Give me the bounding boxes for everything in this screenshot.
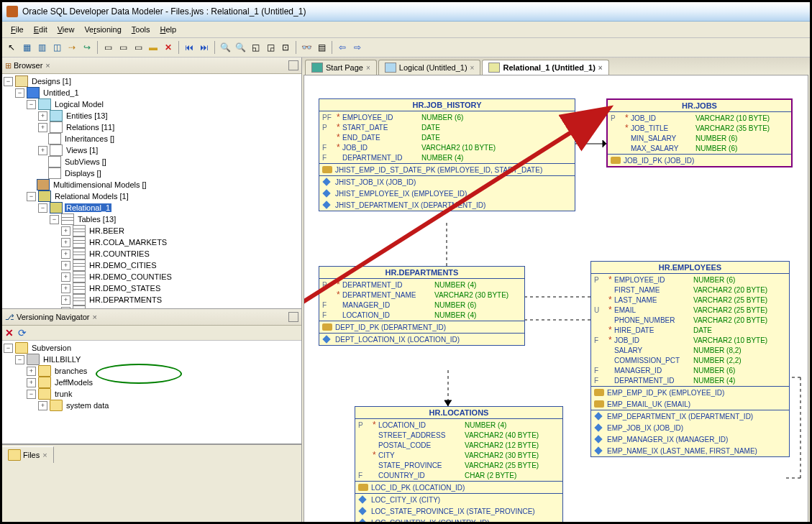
vn-delete-icon[interactable]: ✕ (5, 327, 14, 339)
node-table[interactable]: HR.DEMO_COUNTIES (88, 272, 173, 281)
expand-icon[interactable]: + (61, 249, 70, 259)
menu-tools[interactable]: Tools (127, 24, 155, 35)
tool-split-icon[interactable]: ◫ (50, 41, 63, 54)
tool-box1-icon[interactable]: ▭ (101, 41, 114, 54)
tool-note-icon[interactable]: ↪ (81, 41, 93, 54)
tool-prev-icon[interactable]: ⇦ (336, 41, 349, 54)
tool-first-icon[interactable]: ⏮ (183, 41, 196, 54)
entity-hr-locations[interactable]: HR.LOCATIONSP*LOCATION_IDNUMBER (4)STREE… (355, 406, 563, 523)
tool-fit1-icon[interactable]: ◱ (249, 41, 262, 54)
versioning-close-icon[interactable]: × (93, 313, 97, 321)
expand-icon[interactable]: + (27, 378, 36, 387)
vn-refresh-icon[interactable]: ⟳ (18, 327, 27, 339)
expand-icon[interactable]: + (61, 261, 70, 270)
files-close-icon[interactable]: × (42, 451, 47, 459)
browser-close-icon[interactable]: × (45, 61, 50, 70)
versioning-min-icon[interactable] (288, 312, 298, 322)
tool-rect-icon[interactable]: ▬ (147, 41, 160, 54)
node-table[interactable]: HR.DEMO_CITIES (88, 261, 158, 270)
expand-icon[interactable]: + (38, 111, 47, 121)
node-table[interactable]: HR.BEER (88, 226, 126, 235)
expand-icon[interactable]: + (38, 146, 47, 155)
entity-hr-job-history[interactable]: HR.JOB_HISTORYPF*EMPLOYEE_IDNUMBER (6)P*… (319, 98, 575, 211)
tool-zoom-out-icon[interactable]: 🔍 (234, 41, 247, 54)
node-table[interactable]: HR.DEMO_STATES (88, 284, 162, 293)
node-jeff[interactable]: JeffModels (53, 378, 94, 387)
node-entities[interactable]: Entities [13] (65, 111, 109, 120)
expand-icon[interactable]: + (61, 272, 70, 282)
node-designs[interactable]: Designs [1] (30, 77, 73, 86)
close-icon[interactable]: × (366, 64, 370, 72)
node-tables[interactable]: Tables [13] (76, 215, 117, 224)
node-multidim[interactable]: Multidimensional Models [] (52, 180, 148, 189)
browser-min-icon[interactable] (288, 60, 298, 70)
tool-pointer-icon[interactable]: ↖ (5, 41, 18, 54)
node-table[interactable]: HR.COUNTRIES (88, 249, 151, 258)
tool-fit3-icon[interactable]: ⊡ (279, 41, 292, 54)
menu-versioning[interactable]: Versioning (80, 24, 125, 35)
browser-tree[interactable]: −Designs [1] −Untitled_1 −Logical Model … (2, 74, 301, 309)
tool-fk-icon[interactable]: ⇢ (65, 41, 78, 54)
entity-hr-jobs[interactable]: HR.JOBSP*JOB_IDVARCHAR2 (10 BYTE)*JOB_TI… (606, 98, 793, 167)
node-trunk[interactable]: trunk (53, 390, 73, 398)
tab-relational[interactable]: Relational_1 (Untitled_1)× (482, 60, 608, 75)
node-relations[interactable]: Relations [11] (65, 123, 116, 132)
node-relmodels[interactable]: Relational Models [1] (53, 192, 130, 201)
files-tab[interactable]: Files × (2, 446, 54, 463)
menu-help[interactable]: Help (155, 24, 181, 35)
tool-delete-icon[interactable]: ✕ (162, 41, 175, 54)
node-branches[interactable]: branches (53, 367, 88, 375)
tool-table-icon[interactable]: ▦ (20, 41, 33, 54)
node-views[interactable]: Views [1] (65, 146, 99, 155)
node-sysdata[interactable]: system data (65, 401, 110, 410)
menu-edit[interactable]: Edit (29, 24, 52, 35)
expand-icon[interactable]: − (4, 77, 13, 86)
close-icon[interactable]: × (470, 64, 475, 72)
expand-icon[interactable]: − (27, 390, 36, 399)
relational1-icon (50, 202, 63, 213)
node-hillbilly[interactable]: HILLBILLY (42, 355, 82, 364)
tool-view-icon[interactable]: ▥ (35, 41, 48, 54)
node-displays[interactable]: Displays [] (63, 169, 103, 178)
diagram-canvas[interactable]: HR.JOB_HISTORYPF*EMPLOYEE_IDNUMBER (6)P*… (304, 75, 808, 523)
expand-icon[interactable]: − (27, 192, 36, 201)
expand-icon[interactable]: − (50, 215, 59, 224)
expand-icon[interactable]: + (38, 401, 47, 410)
node-untitled[interactable]: Untitled_1 (42, 88, 81, 97)
node-logical[interactable]: Logical Model (53, 100, 105, 109)
expand-icon[interactable]: + (27, 367, 36, 376)
node-relational1[interactable]: Relational_1 (65, 203, 111, 212)
expand-icon[interactable]: + (61, 284, 70, 293)
tool-fit2-icon[interactable]: ◲ (264, 41, 277, 54)
expand-icon[interactable]: + (38, 123, 47, 132)
expand-icon[interactable]: − (27, 100, 36, 109)
tool-box3-icon[interactable]: ▭ (132, 41, 145, 54)
entity-hr-departments[interactable]: HR.DEPARTMENTSP*DEPARTMENT_IDNUMBER (4)*… (319, 266, 525, 346)
tab-start-page[interactable]: Start Page× (305, 60, 377, 75)
close-icon[interactable]: × (598, 64, 603, 72)
expand-icon[interactable]: − (15, 88, 24, 98)
index-row: EMP_MANAGER_IX (MANAGER_ID) (591, 433, 789, 445)
tool-layers-icon[interactable]: ▤ (315, 41, 328, 54)
expand-icon[interactable]: + (61, 295, 70, 305)
expand-icon[interactable]: − (4, 344, 13, 353)
node-subversion[interactable]: Subversion (30, 344, 73, 352)
expand-icon[interactable]: − (15, 355, 24, 364)
menu-view[interactable]: View (53, 24, 79, 35)
tab-logical[interactable]: Logical (Untitled_1)× (378, 60, 481, 75)
expand-icon[interactable]: − (38, 203, 47, 213)
entity-hr-employees[interactable]: HR.EMPLOYEESP*EMPLOYEE_IDNUMBER (6)FIRST… (590, 261, 790, 457)
node-table[interactable]: HR.DEPARTMENTS (88, 295, 163, 304)
tool-find-icon[interactable]: 👓 (300, 41, 313, 54)
versioning-tree[interactable]: −Subversion −HILLBILLY +branches +JeffMo… (2, 341, 301, 444)
tool-zoom-in-icon[interactable]: 🔍 (219, 41, 232, 54)
tool-box2-icon[interactable]: ▭ (117, 41, 129, 54)
expand-icon[interactable]: + (61, 226, 70, 236)
node-table[interactable]: HR.COLA_MARKETS (88, 238, 168, 247)
node-subviews[interactable]: SubViews [] (63, 157, 108, 166)
node-inherit[interactable]: Inheritances [] (63, 134, 116, 143)
menu-file[interactable]: File (6, 24, 28, 35)
expand-icon[interactable]: + (61, 238, 70, 247)
tool-last-icon[interactable]: ⏭ (198, 41, 211, 54)
tool-next-icon[interactable]: ⇨ (351, 41, 364, 54)
